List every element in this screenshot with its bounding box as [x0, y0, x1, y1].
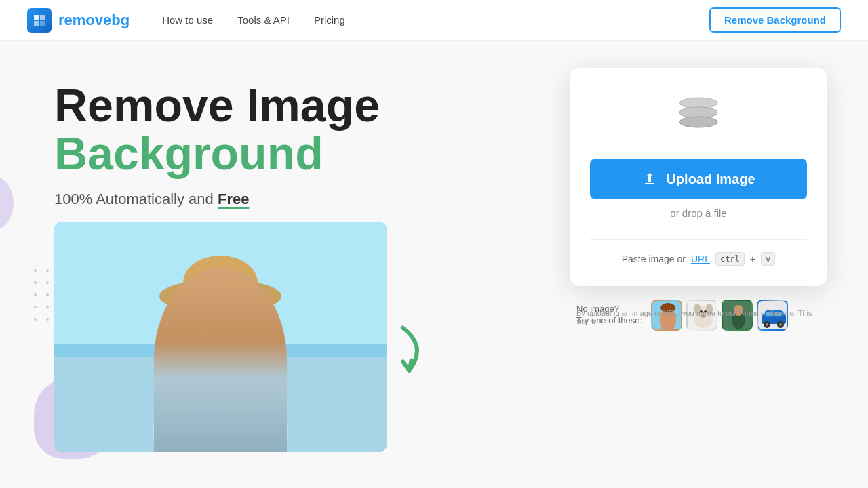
svg-point-12 [173, 323, 207, 391]
svg-rect-2 [34, 21, 39, 26]
kbd-plus: + [750, 253, 755, 264]
paste-prefix-text: Paste image or [622, 253, 686, 264]
hero-free-text: Free [218, 190, 249, 207]
layers-icon [675, 95, 722, 138]
url-link[interactable]: URL [691, 253, 710, 264]
upload-section: Upload Image or drop a file Paste image … [570, 68, 827, 331]
drop-file-text: or drop a file [670, 207, 726, 219]
svg-point-9 [183, 286, 258, 374]
svg-rect-0 [34, 15, 39, 20]
bottom-disclaimer: By uploading an image or URL, you agree … [570, 304, 827, 331]
svg-point-13 [159, 279, 281, 313]
logo-icon [27, 8, 52, 33]
svg-point-7 [159, 337, 281, 452]
upload-icon [642, 171, 658, 187]
hero-left: Remove Image Background 100% Automatical… [54, 81, 570, 459]
svg-point-8 [153, 378, 288, 452]
hero-photo [54, 222, 387, 452]
nav-pricing[interactable]: Pricing [314, 14, 345, 26]
nav-how-to-use[interactable]: How to use [162, 14, 213, 26]
hero-title-line2: Background [54, 127, 323, 179]
logo-text: removebg [58, 12, 130, 29]
svg-rect-15 [197, 329, 217, 341]
svg-rect-3 [40, 21, 45, 26]
paste-area: Paste image or URL ctrl + v [590, 239, 807, 266]
navbar-left: removebg How to use Tools & API Pricing [27, 8, 345, 33]
main-content: Remove Image Background 100% Automatical… [0, 41, 868, 488]
hero-subtitle: 100% Automatically and Free [54, 190, 570, 208]
nav-remove-background-button[interactable]: Remove Background [709, 7, 841, 33]
hero-image-area [54, 235, 393, 459]
logo[interactable]: removebg [27, 8, 130, 33]
svg-point-14 [183, 256, 258, 310]
kbd-ctrl: ctrl [715, 252, 745, 266]
nav-links: How to use Tools & API Pricing [162, 14, 345, 26]
left-edge-decoration [0, 176, 14, 230]
svg-point-11 [231, 296, 271, 378]
svg-rect-16 [224, 329, 244, 341]
kbd-v: v [761, 252, 775, 266]
svg-rect-5 [54, 222, 387, 344]
svg-rect-1 [40, 15, 45, 20]
svg-rect-6 [54, 357, 387, 452]
navbar: removebg How to use Tools & API Pricing … [0, 0, 868, 41]
svg-point-18 [240, 318, 288, 396]
svg-rect-17 [216, 333, 225, 336]
hero-title: Remove Image Background [54, 81, 570, 178]
upload-card: Upload Image or drop a file Paste image … [570, 68, 827, 286]
hero-title-line1: Remove Image [54, 79, 380, 131]
upload-image-button[interactable]: Upload Image [590, 159, 807, 199]
nav-tools-api[interactable]: Tools & API [237, 14, 290, 26]
